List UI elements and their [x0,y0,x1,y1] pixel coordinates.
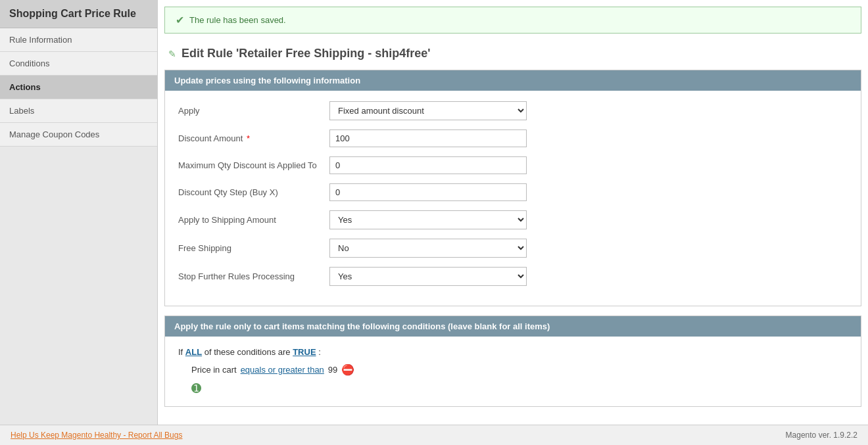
edit-icon: ✎ [168,49,176,59]
form-section-header: Update prices using the following inform… [165,70,861,91]
required-star-1: * [244,133,250,143]
sidebar-item-labels[interactable]: Labels [0,99,157,123]
page-title: Edit Rule 'Retailer Free Shipping - ship… [181,47,431,60]
sidebar-title: Shopping Cart Price Rule [0,0,157,28]
condition-operator[interactable]: equals or greater than [241,365,324,375]
if-text: If [178,347,185,357]
input-1[interactable] [329,129,527,147]
form-control-2 [329,156,527,174]
form-control-5: NoFor matching items onlyFor shipment wi… [329,239,527,258]
conditions-section: Apply the rule only to cart items matchi… [164,316,861,407]
form-control-6: YesNo [329,267,527,286]
sidebar-item-rule-information[interactable]: Rule Information [0,28,157,52]
main-content: ✔ The rule has been saved. ✎ Edit Rule '… [158,0,868,445]
success-message: The rule has been saved. [189,15,286,25]
edit-title-section: ✎ Edit Rule 'Retailer Free Shipping - sh… [158,40,868,70]
all-link[interactable]: ALL [185,347,202,357]
form-row-6: Stop Further Rules ProcessingYesNo [178,267,848,286]
form-row-2: Maximum Qty Discount is Applied To [178,156,848,174]
form-label-6: Stop Further Rules Processing [178,271,329,281]
sidebar-item-manage-coupon-codes[interactable]: Manage Coupon Codes [0,123,157,147]
input-3[interactable] [329,183,527,201]
form-control-0: Percent of product price discountFixed a… [329,101,527,120]
form-label-4: Apply to Shipping Amount [178,215,329,225]
form-label-2: Maximum Qty Discount is Applied To [178,160,329,170]
form-label-0: Apply [178,106,329,116]
conditions-text: If ALL of these conditions are TRUE : [178,347,848,357]
input-2[interactable] [329,156,527,174]
conditions-body: If ALL of these conditions are TRUE : Pr… [165,337,861,406]
form-row-4: Apply to Shipping AmountYesNo [178,210,848,229]
form-control-3 [329,183,527,201]
form-row-1: Discount Amount * [178,129,848,147]
select-4[interactable]: YesNo [329,210,527,229]
conditions-section-header: Apply the rule only to cart items matchi… [165,316,861,337]
form-section: Update prices using the following inform… [164,70,861,306]
footer-version: Magento ver. 1.9.2.2 [786,431,857,440]
form-row-0: ApplyPercent of product price discountFi… [178,101,848,120]
form-control-4: YesNo [329,210,527,229]
success-banner: ✔ The rule has been saved. [164,7,861,34]
sidebar-item-actions[interactable]: Actions [0,76,157,99]
of-these-text: of these conditions are [205,347,293,357]
form-row-5: Free ShippingNoFor matching items onlyFo… [178,239,848,258]
condition-line: Price in cart equals or greater than 99 … [191,363,848,376]
condition-field: Price in cart [191,365,237,375]
success-icon: ✔ [176,14,184,26]
add-condition-icon[interactable]: ➊ [191,381,848,396]
form-label-3: Discount Qty Step (Buy X) [178,187,329,197]
select-0[interactable]: Percent of product price discountFixed a… [329,101,527,120]
sidebar-item-conditions[interactable]: Conditions [0,52,157,76]
form-label-5: Free Shipping [178,243,329,253]
footer-link[interactable]: Help Us Keep Magento Healthy - Report Al… [11,431,182,440]
colon: : [318,347,321,357]
select-6[interactable]: YesNo [329,267,527,286]
sidebar: Shopping Cart Price Rule Rule Informatio… [0,0,158,445]
form-label-1: Discount Amount * [178,133,329,143]
true-link[interactable]: TRUE [293,347,316,357]
form-row-3: Discount Qty Step (Buy X) [178,183,848,201]
form-control-1 [329,129,527,147]
remove-condition-icon[interactable]: ⛔ [341,363,354,376]
select-5[interactable]: NoFor matching items onlyFor shipment wi… [329,239,527,258]
condition-value: 99 [328,365,337,375]
footer: Help Us Keep Magento Healthy - Report Al… [0,425,868,445]
form-body: ApplyPercent of product price discountFi… [165,91,861,306]
